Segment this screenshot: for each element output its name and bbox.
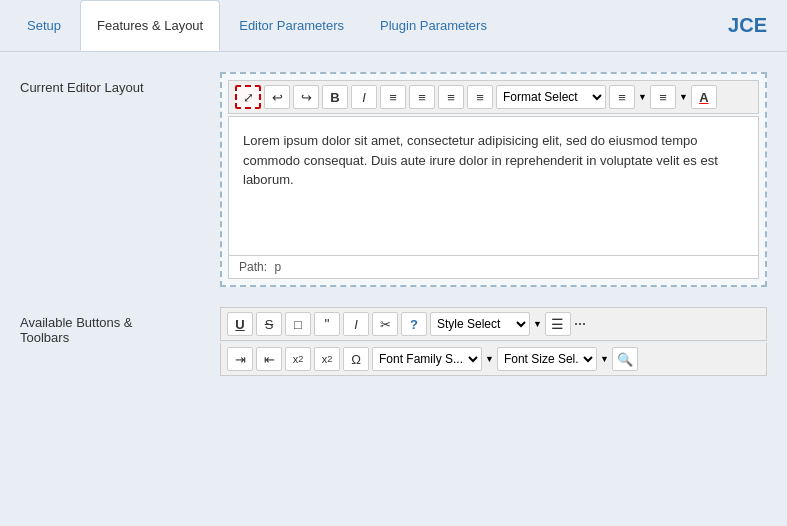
available-buttons-row: Available Buttons & Toolbars U S □ " I ✂… xyxy=(20,307,767,376)
cut-button[interactable]: ✂ xyxy=(372,312,398,336)
search-button[interactable]: 🔍 xyxy=(612,347,638,371)
font-family-select[interactable]: Font Family S... Arial Times New Roman xyxy=(372,347,482,371)
bold-icon: B xyxy=(330,90,339,105)
brand-logo: JCE xyxy=(718,14,777,37)
tab-features-layout[interactable]: Features & Layout xyxy=(80,0,220,51)
undo-button[interactable]: ↩ xyxy=(264,85,290,109)
blockquote-button[interactable]: " xyxy=(314,312,340,336)
paste-button[interactable]: □ xyxy=(285,312,311,336)
editor-content-area[interactable]: Lorem ipsum dolor sit amet, consectetur … xyxy=(228,116,759,256)
avail-toolbar-row1: U S □ " I ✂ ? Style Select Style 1 Style… xyxy=(220,307,767,341)
tab-editor-parameters[interactable]: Editor Parameters xyxy=(222,0,361,51)
align-justify-button[interactable]: ≡ xyxy=(467,85,493,109)
superscript-button[interactable]: x2 xyxy=(314,347,340,371)
list-ol-icon: ≡ xyxy=(618,90,626,105)
underline-button[interactable]: U xyxy=(227,312,253,336)
align-center-icon: ≡ xyxy=(418,90,426,105)
fullscreen-icon: ⤢ xyxy=(243,90,254,105)
align-right-icon: ≡ xyxy=(447,90,455,105)
font-size-select[interactable]: Font Size Sel... 8pt 10pt 12pt xyxy=(497,347,597,371)
align-left-button[interactable]: ≡ xyxy=(380,85,406,109)
subscript-button[interactable]: x2 xyxy=(285,347,311,371)
omega-button[interactable]: Ω xyxy=(343,347,369,371)
tab-setup[interactable]: Setup xyxy=(10,0,78,51)
list-ul-button[interactable]: ≡ xyxy=(650,85,676,109)
help-button[interactable]: ? xyxy=(401,312,427,336)
available-buttons-container: U S □ " I ✂ ? Style Select Style 1 Style… xyxy=(220,307,767,376)
outdent-button[interactable]: ⇤ xyxy=(256,347,282,371)
redo-button[interactable]: ↪ xyxy=(293,85,319,109)
fullscreen-button[interactable]: ⤢ xyxy=(235,85,261,109)
list-ol-dropdown-icon: ▼ xyxy=(638,92,647,102)
editor-path-bar: Path: p xyxy=(228,256,759,279)
format-select[interactable]: Format Select Paragraph Heading 1 Headin… xyxy=(496,85,606,109)
editor-toolbar: ⤢ ↩ ↪ B I ≡ ≡ xyxy=(228,80,759,114)
italic-button[interactable]: I xyxy=(351,85,377,109)
font-color-button[interactable]: A xyxy=(691,85,717,109)
strikethrough-button[interactable]: S xyxy=(256,312,282,336)
align-justify-icon: ≡ xyxy=(476,90,484,105)
style-select[interactable]: Style Select Style 1 Style 2 xyxy=(430,312,530,336)
tabs-bar: Setup Features & Layout Editor Parameter… xyxy=(0,0,787,52)
list-ul-dropdown-icon: ▼ xyxy=(679,92,688,102)
style-select-dropdown-icon: ▼ xyxy=(533,319,542,329)
font-family-dropdown-icon: ▼ xyxy=(485,354,494,364)
font-color-icon: A xyxy=(699,90,708,105)
main-content: Current Editor Layout ⤢ ↩ ↪ B I xyxy=(0,52,787,406)
available-buttons-label: Available Buttons & Toolbars xyxy=(20,307,220,345)
path-value: p xyxy=(274,260,281,274)
bold-button[interactable]: B xyxy=(322,85,348,109)
editor-layout-container: ⤢ ↩ ↪ B I ≡ ≡ xyxy=(220,72,767,287)
editor-layout-label: Current Editor Layout xyxy=(20,72,220,95)
toolbar-menu-button[interactable]: ☰ xyxy=(545,312,571,336)
list-ul-icon: ≡ xyxy=(659,90,667,105)
undo-icon: ↩ xyxy=(272,90,283,105)
align-right-button[interactable]: ≡ xyxy=(438,85,464,109)
align-left-icon: ≡ xyxy=(389,90,397,105)
redo-icon: ↪ xyxy=(301,90,312,105)
italic-icon: I xyxy=(362,90,366,105)
avail-toolbar-row2: ⇥ ⇤ x2 x2 Ω Font Family S... Arial Times… xyxy=(220,343,767,376)
font-size-dropdown-icon: ▼ xyxy=(600,354,609,364)
toolbar-menu-extra-icon: ⋯ xyxy=(574,317,586,331)
italic2-button[interactable]: I xyxy=(343,312,369,336)
tab-plugin-parameters[interactable]: Plugin Parameters xyxy=(363,0,504,51)
indent-button[interactable]: ⇥ xyxy=(227,347,253,371)
path-label: Path: xyxy=(239,260,267,274)
list-ol-button[interactable]: ≡ xyxy=(609,85,635,109)
editor-layout-row: Current Editor Layout ⤢ ↩ ↪ B I xyxy=(20,72,767,287)
align-center-button[interactable]: ≡ xyxy=(409,85,435,109)
